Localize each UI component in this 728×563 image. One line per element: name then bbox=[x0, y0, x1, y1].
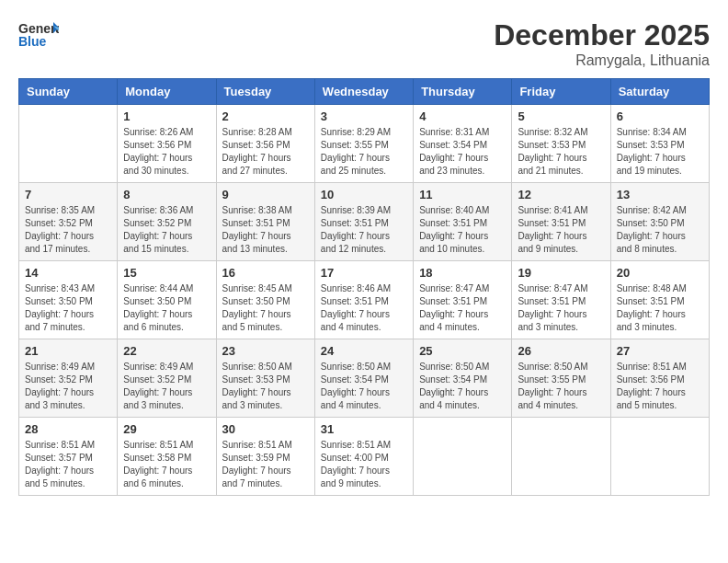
day-of-week-header: Wednesday bbox=[314, 79, 413, 105]
calendar-week-row: 1Sunrise: 8:26 AM Sunset: 3:56 PM Daylig… bbox=[19, 105, 710, 183]
calendar-cell: 31Sunrise: 8:51 AM Sunset: 4:00 PM Dayli… bbox=[314, 418, 413, 496]
calendar-cell: 20Sunrise: 8:48 AM Sunset: 3:51 PM Dayli… bbox=[610, 261, 709, 339]
calendar-cell: 11Sunrise: 8:40 AM Sunset: 3:51 PM Dayli… bbox=[414, 183, 512, 261]
day-number: 27 bbox=[617, 344, 703, 358]
calendar-cell: 13Sunrise: 8:42 AM Sunset: 3:50 PM Dayli… bbox=[610, 183, 709, 261]
day-number: 2 bbox=[222, 109, 309, 123]
day-number: 17 bbox=[321, 266, 407, 280]
calendar-week-row: 7Sunrise: 8:35 AM Sunset: 3:52 PM Daylig… bbox=[19, 183, 710, 261]
day-number: 21 bbox=[25, 344, 111, 358]
day-number: 5 bbox=[518, 109, 604, 123]
day-info: Sunrise: 8:29 AM Sunset: 3:55 PM Dayligh… bbox=[321, 126, 407, 178]
calendar-cell bbox=[414, 418, 512, 496]
day-info: Sunrise: 8:51 AM Sunset: 3:56 PM Dayligh… bbox=[617, 361, 703, 412]
calendar-cell: 19Sunrise: 8:47 AM Sunset: 3:51 PM Dayli… bbox=[512, 261, 610, 339]
day-info: Sunrise: 8:49 AM Sunset: 3:52 PM Dayligh… bbox=[123, 361, 210, 412]
calendar-cell: 8Sunrise: 8:36 AM Sunset: 3:52 PM Daylig… bbox=[118, 183, 216, 261]
day-number: 20 bbox=[617, 266, 703, 280]
calendar-cell: 22Sunrise: 8:49 AM Sunset: 3:52 PM Dayli… bbox=[118, 339, 216, 418]
day-info: Sunrise: 8:51 AM Sunset: 3:59 PM Dayligh… bbox=[222, 439, 309, 490]
day-info: Sunrise: 8:45 AM Sunset: 3:50 PM Dayligh… bbox=[222, 282, 309, 334]
calendar-week-row: 21Sunrise: 8:49 AM Sunset: 3:52 PM Dayli… bbox=[19, 339, 710, 418]
calendar-cell: 9Sunrise: 8:38 AM Sunset: 3:51 PM Daylig… bbox=[216, 183, 314, 261]
day-number: 13 bbox=[617, 188, 703, 201]
calendar-cell: 10Sunrise: 8:39 AM Sunset: 3:51 PM Dayli… bbox=[314, 183, 413, 261]
day-of-week-header: Monday bbox=[118, 79, 216, 105]
day-number: 24 bbox=[321, 344, 407, 358]
calendar-cell: 15Sunrise: 8:44 AM Sunset: 3:50 PM Dayli… bbox=[118, 261, 216, 339]
calendar-cell bbox=[610, 418, 709, 496]
calendar-cell: 26Sunrise: 8:50 AM Sunset: 3:55 PM Dayli… bbox=[512, 339, 610, 418]
day-info: Sunrise: 8:49 AM Sunset: 3:52 PM Dayligh… bbox=[25, 361, 111, 412]
day-number: 11 bbox=[419, 188, 506, 201]
calendar-cell bbox=[19, 105, 118, 183]
day-number: 16 bbox=[222, 266, 309, 280]
calendar-cell: 2Sunrise: 8:28 AM Sunset: 3:56 PM Daylig… bbox=[216, 105, 314, 183]
day-info: Sunrise: 8:50 AM Sunset: 3:55 PM Dayligh… bbox=[518, 361, 604, 412]
day-info: Sunrise: 8:44 AM Sunset: 3:50 PM Dayligh… bbox=[123, 282, 210, 334]
day-of-week-header: Thursday bbox=[414, 79, 512, 105]
day-number: 7 bbox=[25, 188, 111, 201]
day-info: Sunrise: 8:38 AM Sunset: 3:51 PM Dayligh… bbox=[222, 204, 309, 256]
day-number: 9 bbox=[222, 188, 309, 201]
location: Ramygala, Lithuania bbox=[494, 52, 710, 69]
calendar-cell: 21Sunrise: 8:49 AM Sunset: 3:52 PM Dayli… bbox=[19, 339, 118, 418]
day-info: Sunrise: 8:34 AM Sunset: 3:53 PM Dayligh… bbox=[617, 126, 703, 178]
day-number: 14 bbox=[25, 266, 111, 280]
day-number: 25 bbox=[419, 344, 506, 358]
day-info: Sunrise: 8:39 AM Sunset: 3:51 PM Dayligh… bbox=[321, 204, 407, 256]
calendar-cell: 30Sunrise: 8:51 AM Sunset: 3:59 PM Dayli… bbox=[216, 418, 314, 496]
svg-text:Blue: Blue bbox=[18, 34, 47, 49]
calendar-cell: 1Sunrise: 8:26 AM Sunset: 3:56 PM Daylig… bbox=[118, 105, 216, 183]
day-info: Sunrise: 8:50 AM Sunset: 3:53 PM Dayligh… bbox=[222, 361, 309, 412]
day-number: 29 bbox=[123, 422, 210, 436]
day-info: Sunrise: 8:26 AM Sunset: 3:56 PM Dayligh… bbox=[123, 126, 210, 178]
day-number: 30 bbox=[222, 422, 309, 436]
calendar-cell: 25Sunrise: 8:50 AM Sunset: 3:54 PM Dayli… bbox=[414, 339, 512, 418]
day-number: 31 bbox=[321, 422, 407, 436]
day-number: 3 bbox=[321, 109, 407, 123]
day-number: 28 bbox=[25, 422, 111, 436]
logo: General Blue bbox=[18, 18, 59, 52]
calendar-cell: 27Sunrise: 8:51 AM Sunset: 3:56 PM Dayli… bbox=[610, 339, 709, 418]
calendar-cell bbox=[512, 418, 610, 496]
calendar-cell: 14Sunrise: 8:43 AM Sunset: 3:50 PM Dayli… bbox=[19, 261, 118, 339]
calendar-table: SundayMondayTuesdayWednesdayThursdayFrid… bbox=[18, 78, 710, 496]
calendar-cell: 17Sunrise: 8:46 AM Sunset: 3:51 PM Dayli… bbox=[314, 261, 413, 339]
day-number: 1 bbox=[123, 109, 210, 123]
day-number: 15 bbox=[123, 266, 210, 280]
day-info: Sunrise: 8:50 AM Sunset: 3:54 PM Dayligh… bbox=[419, 361, 506, 412]
calendar-cell: 4Sunrise: 8:31 AM Sunset: 3:54 PM Daylig… bbox=[414, 105, 512, 183]
calendar-week-row: 28Sunrise: 8:51 AM Sunset: 3:57 PM Dayli… bbox=[19, 418, 710, 496]
day-info: Sunrise: 8:35 AM Sunset: 3:52 PM Dayligh… bbox=[25, 204, 111, 256]
calendar-cell: 3Sunrise: 8:29 AM Sunset: 3:55 PM Daylig… bbox=[314, 105, 413, 183]
day-number: 6 bbox=[617, 109, 703, 123]
day-info: Sunrise: 8:28 AM Sunset: 3:56 PM Dayligh… bbox=[222, 126, 309, 178]
day-of-week-header: Friday bbox=[512, 79, 610, 105]
day-info: Sunrise: 8:32 AM Sunset: 3:53 PM Dayligh… bbox=[518, 126, 604, 178]
logo-icon: General Blue bbox=[18, 18, 59, 52]
calendar-cell: 18Sunrise: 8:47 AM Sunset: 3:51 PM Dayli… bbox=[414, 261, 512, 339]
calendar-cell: 12Sunrise: 8:41 AM Sunset: 3:51 PM Dayli… bbox=[512, 183, 610, 261]
day-info: Sunrise: 8:41 AM Sunset: 3:51 PM Dayligh… bbox=[518, 204, 604, 256]
calendar-cell: 28Sunrise: 8:51 AM Sunset: 3:57 PM Dayli… bbox=[19, 418, 118, 496]
day-info: Sunrise: 8:51 AM Sunset: 4:00 PM Dayligh… bbox=[321, 439, 407, 490]
page-header: General Blue December 2025 Ramygala, Lit… bbox=[18, 18, 710, 69]
day-info: Sunrise: 8:42 AM Sunset: 3:50 PM Dayligh… bbox=[617, 204, 703, 256]
day-info: Sunrise: 8:43 AM Sunset: 3:50 PM Dayligh… bbox=[25, 282, 111, 334]
day-number: 23 bbox=[222, 344, 309, 358]
calendar-cell: 5Sunrise: 8:32 AM Sunset: 3:53 PM Daylig… bbox=[512, 105, 610, 183]
day-info: Sunrise: 8:46 AM Sunset: 3:51 PM Dayligh… bbox=[321, 282, 407, 334]
calendar-header-row: SundayMondayTuesdayWednesdayThursdayFrid… bbox=[19, 79, 710, 105]
day-of-week-header: Saturday bbox=[610, 79, 709, 105]
calendar-week-row: 14Sunrise: 8:43 AM Sunset: 3:50 PM Dayli… bbox=[19, 261, 710, 339]
month-title: December 2025 bbox=[494, 18, 710, 52]
day-info: Sunrise: 8:31 AM Sunset: 3:54 PM Dayligh… bbox=[419, 126, 506, 178]
calendar-cell: 6Sunrise: 8:34 AM Sunset: 3:53 PM Daylig… bbox=[610, 105, 709, 183]
day-number: 22 bbox=[123, 344, 210, 358]
day-of-week-header: Tuesday bbox=[216, 79, 314, 105]
day-info: Sunrise: 8:36 AM Sunset: 3:52 PM Dayligh… bbox=[123, 204, 210, 256]
day-info: Sunrise: 8:51 AM Sunset: 3:58 PM Dayligh… bbox=[123, 439, 210, 490]
calendar-cell: 16Sunrise: 8:45 AM Sunset: 3:50 PM Dayli… bbox=[216, 261, 314, 339]
day-number: 12 bbox=[518, 188, 604, 201]
